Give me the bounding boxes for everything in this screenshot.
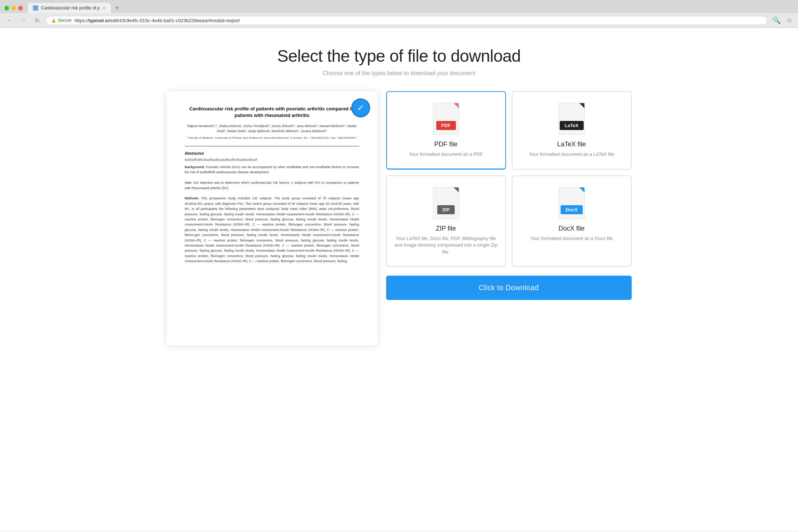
traffic-lights xyxy=(4,6,23,11)
address-bar-row: ← → ↻ 🔒 Secure https://typeset.io/edit/4… xyxy=(0,13,798,28)
toolbar-icons: 🔍 ☆ xyxy=(771,16,794,25)
pdf-badge: PDF xyxy=(436,121,456,130)
document-preview: ✓ Cardiovascular risk profile of patient… xyxy=(167,91,377,345)
bookmark-icon[interactable]: ☆ xyxy=(785,16,794,25)
red-traffic-light[interactable] xyxy=(18,6,23,11)
secure-badge: 🔒 Secure xyxy=(51,18,72,23)
pdf-desc: Your formatted document as a PDF xyxy=(394,151,498,158)
search-icon[interactable]: 🔍 xyxy=(771,16,782,25)
abstract-filler: $sdfsdlfsdlfsdfasdfasdfasdsdfksdlfsdfsad… xyxy=(185,158,359,163)
abstract-title: Abstractsd xyxy=(185,151,359,156)
download-section: Click to Download xyxy=(386,276,632,300)
back-button[interactable]: ← xyxy=(4,15,15,25)
url-prefix: https:// xyxy=(74,18,89,23)
refresh-button[interactable]: ↻ xyxy=(32,15,42,25)
page-title: Select the type of file to download xyxy=(15,46,783,66)
latex-corner-fold xyxy=(579,103,584,108)
main-layout: ✓ Cardiovascular risk profile of patient… xyxy=(167,91,632,345)
download-button[interactable]: Click to Download xyxy=(386,276,632,300)
docx-title: DocX file xyxy=(520,225,624,232)
pdf-option[interactable]: PDF PDF file Your formatted document as … xyxy=(386,91,506,170)
docx-badge: DocX xyxy=(560,205,583,214)
page-subtitle: Choose one of the types below to downloa… xyxy=(15,70,783,77)
latex-file-icon: LaTeX xyxy=(559,103,585,135)
zip-option[interactable]: ZIP ZIP file Your LaTeX file, Docx file,… xyxy=(386,175,506,267)
zip-badge: ZIP xyxy=(437,205,454,214)
docx-corner-fold xyxy=(579,187,584,192)
forward-button[interactable]: → xyxy=(18,15,28,25)
tab-close-button[interactable]: × xyxy=(102,5,105,11)
url-path: /edit/43c9e4fc-015c-4e4b-ba51-c023b228ee… xyxy=(109,18,240,23)
pdf-file-icon: PDF xyxy=(433,103,459,135)
zip-icon-body: ZIP xyxy=(433,187,459,219)
docx-option[interactable]: DocX DocX file Your formatted document a… xyxy=(512,175,632,267)
latex-title: LaTeX file xyxy=(520,141,624,148)
latex-icon-body: LaTeX xyxy=(559,103,585,135)
yellow-traffic-light[interactable] xyxy=(11,6,16,11)
url-display: https://typeset.io/edit/43c9e4fc-015c-4e… xyxy=(74,18,762,23)
page-content: Select the type of file to download Choo… xyxy=(0,28,798,531)
file-options-grid: PDF PDF file Your formatted document as … xyxy=(386,91,632,345)
document-affiliation: *Faculty of Medicine, University of Pris… xyxy=(185,136,359,140)
latex-desc: Your formatted document as a LaTeX file xyxy=(520,151,624,158)
zip-file-icon: ZIP xyxy=(433,187,459,219)
document-authors: Tatjana Novaković*,ᵃ, Zlatica Mirković, … xyxy=(185,124,359,134)
verified-badge: ✓ xyxy=(351,98,370,117)
doc-divider xyxy=(185,146,359,146)
pdf-corner-fold xyxy=(454,103,459,108)
address-bar[interactable]: 🔒 Secure https://typeset.io/edit/43c9e4f… xyxy=(46,16,767,25)
latex-option[interactable]: LaTeX LaTeX file Your formatted document… xyxy=(512,91,632,170)
new-tab-button[interactable]: + xyxy=(112,3,122,13)
docx-desc: Your formatted document as a Docx file xyxy=(520,235,624,242)
browser-chrome: Cardiovascular risk profile of p × + ← →… xyxy=(0,0,798,28)
lock-icon: 🔒 xyxy=(51,18,56,23)
zip-corner-fold xyxy=(454,187,459,192)
zip-desc: Your LaTeX file, Docx file, PDF, Bibliog… xyxy=(394,235,498,255)
url-domain: typeset.io xyxy=(89,18,109,23)
document-content: Cardiovascular risk profile of patients … xyxy=(167,91,377,278)
page-header: Select the type of file to download Choo… xyxy=(15,46,783,77)
docx-file-icon: DocX xyxy=(559,187,585,219)
tab-title: Cardiovascular risk profile of p xyxy=(41,5,100,11)
pdf-title: PDF file xyxy=(394,141,498,148)
latex-badge: LaTeX xyxy=(559,121,583,130)
document-title: Cardiovascular risk profile of patients … xyxy=(185,106,359,119)
document-body: Background: Psoriatic Arthritis (PsA) ca… xyxy=(185,165,359,264)
secure-label: Secure xyxy=(58,18,72,23)
green-traffic-light[interactable] xyxy=(4,6,9,11)
pdf-icon-body: PDF xyxy=(433,103,459,135)
tab-bar: Cardiovascular risk profile of p × + xyxy=(0,0,798,13)
docx-icon-body: DocX xyxy=(559,187,585,219)
tab-favicon xyxy=(33,5,38,11)
active-tab[interactable]: Cardiovascular risk profile of p × xyxy=(28,3,111,13)
zip-title: ZIP file xyxy=(394,225,498,232)
